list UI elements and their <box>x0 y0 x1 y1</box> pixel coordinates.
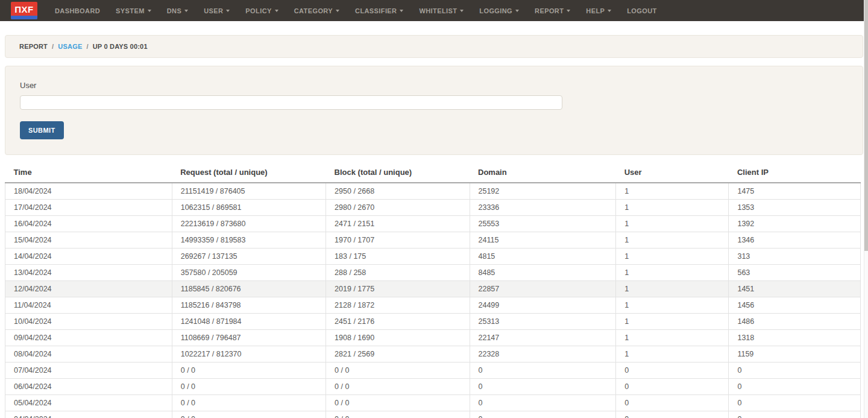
cell-domain: 4815 <box>470 249 616 265</box>
app-logo[interactable]: ΠXF <box>11 2 37 19</box>
nav-item-category[interactable]: CATEGORY <box>286 0 347 21</box>
column-header-request-total-unique: Request (total / unique) <box>172 163 326 183</box>
cell-time: 08/04/2024 <box>5 346 172 363</box>
breadcrumb-separator: / <box>52 43 54 50</box>
cell-user: 0 <box>616 395 729 411</box>
table-row: 05/04/20240 / 00 / 0000 <box>5 395 861 411</box>
cell-client-ip: 0 <box>729 379 861 395</box>
cell-client-ip: 1456 <box>729 297 861 314</box>
nav-item-classifier[interactable]: CLASSIFIER <box>347 0 411 21</box>
cell-time: 09/04/2024 <box>5 330 172 346</box>
cell-block: 2950 / 2668 <box>326 183 470 200</box>
nav-item-system[interactable]: SYSTEM <box>108 0 159 21</box>
cell-request: 0 / 0 <box>172 363 326 379</box>
user-input[interactable] <box>20 95 562 110</box>
table-row: 15/04/202414993359 / 8195831970 / 170724… <box>5 232 861 249</box>
cell-client-ip: 0 <box>729 363 861 379</box>
cell-time: 17/04/2024 <box>5 200 172 216</box>
cell-domain: 25313 <box>470 314 616 330</box>
chevron-down-icon <box>608 10 611 12</box>
cell-block: 183 / 175 <box>326 249 470 265</box>
cell-domain: 8485 <box>470 265 616 281</box>
cell-user: 1 <box>616 346 729 363</box>
cell-user: 1 <box>616 281 729 297</box>
cell-domain: 22328 <box>470 346 616 363</box>
chevron-down-icon <box>460 10 464 12</box>
nav-item-logging[interactable]: LOGGING <box>471 0 527 21</box>
cell-domain: 24115 <box>470 232 616 249</box>
cell-block: 0 / 0 <box>326 363 470 379</box>
column-header-client-ip: Client IP <box>729 163 861 183</box>
cell-user: 1 <box>616 249 729 265</box>
cell-request: 1062315 / 869581 <box>172 200 326 216</box>
table-row: 09/04/20241108669 / 7964871908 / 1690221… <box>5 330 861 346</box>
table-row: 13/04/2024357580 / 205059288 / 258848515… <box>5 265 861 281</box>
cell-client-ip: 1486 <box>729 314 861 330</box>
cell-time: 05/04/2024 <box>5 395 172 411</box>
cell-domain: 22147 <box>470 330 616 346</box>
breadcrumb: REPORT/USAGE/UP 0 DAYS 00:01 <box>5 35 863 58</box>
nav-item-help[interactable]: HELP <box>578 0 619 21</box>
cell-user: 1 <box>616 216 729 232</box>
app-logo-text: ΠXF <box>14 5 34 14</box>
nav-item-user[interactable]: USER <box>196 0 237 21</box>
cell-user: 0 <box>616 379 729 395</box>
cell-request: 0 / 0 <box>172 411 326 418</box>
cell-block: 1970 / 1707 <box>326 232 470 249</box>
cell-client-ip: 1392 <box>729 216 861 232</box>
column-header-user: User <box>616 163 729 183</box>
column-header-domain: Domain <box>470 163 616 183</box>
vertical-scrollbar[interactable] <box>864 0 868 418</box>
cell-client-ip: 0 <box>729 411 861 418</box>
cell-time: 12/04/2024 <box>5 281 172 297</box>
cell-time: 04/04/2024 <box>5 411 172 418</box>
table-row: 18/04/202421151419 / 8764052950 / 266825… <box>5 183 861 200</box>
cell-user: 1 <box>616 330 729 346</box>
cell-client-ip: 1475 <box>729 183 861 200</box>
nav-item-label: WHITELIST <box>419 7 457 14</box>
nav-item-whitelist[interactable]: WHITELIST <box>411 0 471 21</box>
breadcrumb-item-usage[interactable]: USAGE <box>58 43 82 50</box>
nav-item-label: CLASSIFIER <box>355 7 397 14</box>
cell-request: 1185845 / 820676 <box>172 281 326 297</box>
chevron-down-icon <box>515 10 519 12</box>
cell-client-ip: 1318 <box>729 330 861 346</box>
cell-time: 11/04/2024 <box>5 297 172 314</box>
cell-block: 2821 / 2569 <box>326 346 470 363</box>
cell-block: 0 / 0 <box>326 379 470 395</box>
nav-item-logout[interactable]: LOGOUT <box>619 0 664 21</box>
cell-user: 1 <box>616 232 729 249</box>
scrollbar-thumb[interactable] <box>864 0 868 251</box>
breadcrumb-item-report: REPORT <box>19 43 48 50</box>
cell-block: 2980 / 2670 <box>326 200 470 216</box>
nav-item-policy[interactable]: POLICY <box>237 0 286 21</box>
nav-item-dns[interactable]: DNS <box>159 0 196 21</box>
chevron-down-icon <box>336 10 339 12</box>
breadcrumb-item-up-0-days-00-01: UP 0 DAYS 00:01 <box>93 43 148 50</box>
chevron-down-icon <box>184 10 188 12</box>
user-field-label: User <box>20 81 848 90</box>
chevron-down-icon <box>226 10 230 12</box>
column-header-time: Time <box>5 163 172 183</box>
cell-client-ip: 1451 <box>729 281 861 297</box>
cell-client-ip: 1159 <box>729 346 861 363</box>
nav-item-report[interactable]: REPORT <box>527 0 578 21</box>
nav-item-label: CATEGORY <box>294 7 333 14</box>
cell-client-ip: 313 <box>729 249 861 265</box>
cell-request: 1185216 / 843798 <box>172 297 326 314</box>
nav-item-label: LOGOUT <box>627 7 656 14</box>
cell-user: 1 <box>616 314 729 330</box>
cell-domain: 25553 <box>470 216 616 232</box>
cell-request: 357580 / 205059 <box>172 265 326 281</box>
column-header-block-total-unique: Block (total / unique) <box>326 163 470 183</box>
submit-button[interactable]: SUBMIT <box>20 121 64 139</box>
table-row: 14/04/2024269267 / 137135183 / 175481513… <box>5 249 861 265</box>
cell-request: 0 / 0 <box>172 379 326 395</box>
cell-client-ip: 1346 <box>729 232 861 249</box>
table-row: 08/04/20241022217 / 8123702821 / 2569223… <box>5 346 861 363</box>
nav-item-label: REPORT <box>535 7 564 14</box>
cell-client-ip: 563 <box>729 265 861 281</box>
nav-item-dashboard[interactable]: DASHBOARD <box>47 0 108 21</box>
top-navbar: ΠXF DASHBOARDSYSTEMDNSUSERPOLICYCATEGORY… <box>0 0 868 21</box>
cell-user: 1 <box>616 265 729 281</box>
